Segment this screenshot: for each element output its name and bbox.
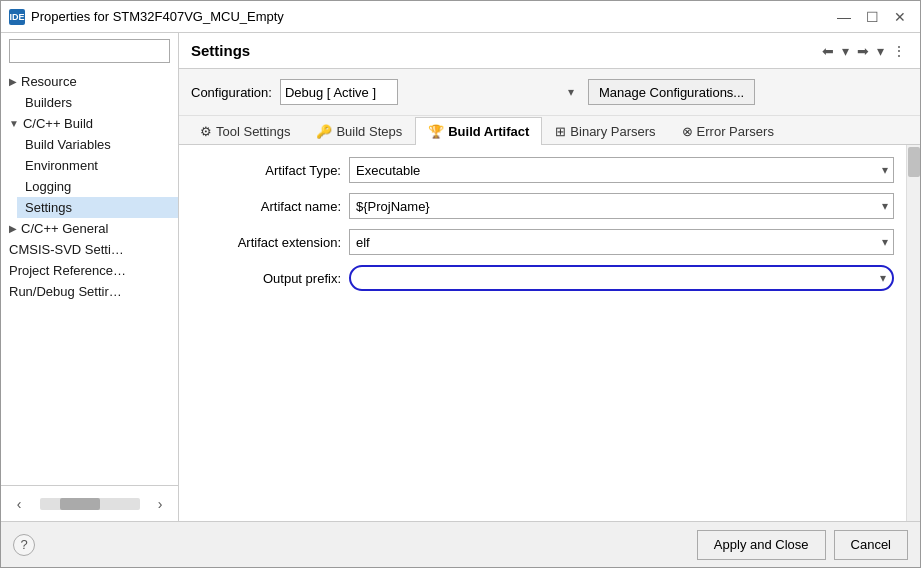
output-prefix-field-wrapper xyxy=(349,265,894,291)
tab-build-artifact[interactable]: 🏆 Build Artifact xyxy=(415,117,542,145)
sidebar-scrollbar[interactable] xyxy=(40,498,140,510)
artifact-type-select[interactable]: Executable xyxy=(349,157,894,183)
nav-forward-button[interactable]: ➡ xyxy=(855,41,871,61)
artifact-name-select[interactable]: ${ProjName} xyxy=(349,193,894,219)
arrow-icon: ▶ xyxy=(9,223,17,234)
sidebar-bottom: ‹ › xyxy=(1,485,178,521)
artifact-name-row: Artifact name: ${ProjName} xyxy=(191,193,894,219)
sidebar-tree: ▶ Resource Builders ▼ C/C++ Build Build … xyxy=(1,69,178,485)
main-window: IDE Properties for STM32F407VG_MCU_Empty… xyxy=(0,0,921,568)
form-area: Artifact Type: Executable Artifact name: xyxy=(179,145,906,521)
arrow-icon: ▼ xyxy=(9,118,19,129)
sidebar-item-settings[interactable]: Settings xyxy=(17,197,178,218)
configuration-label: Configuration: xyxy=(191,85,272,100)
sidebar-item-label: Run/Debug Settir… xyxy=(9,284,122,299)
tab-build-steps[interactable]: 🔑 Build Steps xyxy=(303,117,415,145)
build-steps-icon: 🔑 xyxy=(316,124,332,139)
scrollbar-thumb xyxy=(908,147,920,177)
build-artifact-icon: 🏆 xyxy=(428,124,444,139)
sidebar-item-rundebug[interactable]: Run/Debug Settir… xyxy=(1,281,178,302)
sidebar-item-resource[interactable]: ▶ Resource xyxy=(1,71,178,92)
window-controls: — ☐ ✕ xyxy=(832,7,912,27)
tab-tool-settings[interactable]: ⚙ Tool Settings xyxy=(187,117,303,145)
artifact-name-select-wrapper: ${ProjName} xyxy=(349,193,894,219)
sidebar-item-label: Builders xyxy=(25,95,72,110)
output-prefix-input[interactable] xyxy=(349,265,894,291)
sidebar-item-logging[interactable]: Logging xyxy=(17,176,178,197)
tab-label: Build Steps xyxy=(336,124,402,139)
tab-label: Build Artifact xyxy=(448,124,529,139)
nav-forward-dropdown[interactable]: ▾ xyxy=(875,41,886,61)
sidebar-item-cpp-general[interactable]: ▶ C/C++ General xyxy=(1,218,178,239)
artifact-type-select-wrapper: Executable xyxy=(349,157,894,183)
bottom-right: Apply and Close Cancel xyxy=(697,530,908,560)
sidebar-item-label: Logging xyxy=(25,179,71,194)
sidebar-item-label: Project Reference… xyxy=(9,263,126,278)
panel-header: Settings ⬅ ▾ ➡ ▾ ⋮ xyxy=(179,33,920,69)
bottom-bar: ? Apply and Close Cancel xyxy=(1,521,920,567)
tab-label: Error Parsers xyxy=(697,124,774,139)
more-options-button[interactable]: ⋮ xyxy=(890,41,908,61)
artifact-extension-select-wrapper: elf xyxy=(349,229,894,255)
sidebar-item-label: Environment xyxy=(25,158,98,173)
binary-parsers-icon: ⊞ xyxy=(555,124,566,139)
artifact-extension-label: Artifact extension: xyxy=(191,235,341,250)
panel-title: Settings xyxy=(191,42,250,59)
configuration-select-wrapper: Debug [ Active ] xyxy=(280,79,580,105)
apply-close-button[interactable]: Apply and Close xyxy=(697,530,826,560)
main-content: ▶ Resource Builders ▼ C/C++ Build Build … xyxy=(1,33,920,521)
sidebar-item-label: C/C++ General xyxy=(21,221,108,236)
app-icon: IDE xyxy=(9,9,25,25)
sidebar-forward-button[interactable]: › xyxy=(150,494,170,514)
panel-scrollbar[interactable] xyxy=(906,145,920,521)
sidebar-item-label: Build Variables xyxy=(25,137,111,152)
sidebar-item-cpp-build[interactable]: ▼ C/C++ Build xyxy=(1,113,178,134)
tab-label: Binary Parsers xyxy=(570,124,655,139)
configuration-row: Configuration: Debug [ Active ] Manage C… xyxy=(179,69,920,116)
artifact-extension-select[interactable]: elf xyxy=(349,229,894,255)
sidebar-item-environment[interactable]: Environment xyxy=(17,155,178,176)
tabs-bar: ⚙ Tool Settings 🔑 Build Steps 🏆 Build Ar… xyxy=(179,116,920,145)
minimize-button[interactable]: — xyxy=(832,7,856,27)
sidebar-item-label: Settings xyxy=(25,200,72,215)
tab-label: Tool Settings xyxy=(216,124,290,139)
sidebar: ▶ Resource Builders ▼ C/C++ Build Build … xyxy=(1,33,179,521)
sidebar-item-label: CMSIS-SVD Setti… xyxy=(9,242,124,257)
arrow-icon: ▶ xyxy=(9,76,17,87)
bottom-left: ? xyxy=(13,534,35,556)
sidebar-search-input[interactable] xyxy=(9,39,170,63)
help-button[interactable]: ? xyxy=(13,534,35,556)
configuration-select[interactable]: Debug [ Active ] xyxy=(280,79,398,105)
title-bar: IDE Properties for STM32F407VG_MCU_Empty… xyxy=(1,1,920,33)
artifact-type-row: Artifact Type: Executable xyxy=(191,157,894,183)
output-prefix-row: Output prefix: xyxy=(191,265,894,291)
artifact-name-label: Artifact name: xyxy=(191,199,341,214)
right-panel: Settings ⬅ ▾ ➡ ▾ ⋮ Configuration: Debug … xyxy=(179,33,920,521)
help-icon: ? xyxy=(20,537,27,552)
form-scroll-container: Artifact Type: Executable Artifact name: xyxy=(179,145,920,521)
panel-header-icons: ⬅ ▾ ➡ ▾ ⋮ xyxy=(820,41,908,61)
tool-settings-icon: ⚙ xyxy=(200,124,212,139)
maximize-button[interactable]: ☐ xyxy=(860,7,884,27)
sidebar-item-label: Resource xyxy=(21,74,77,89)
artifact-type-label: Artifact Type: xyxy=(191,163,341,178)
error-parsers-icon: ⊗ xyxy=(682,124,693,139)
nav-back-button[interactable]: ⬅ xyxy=(820,41,836,61)
close-button[interactable]: ✕ xyxy=(888,7,912,27)
sidebar-back-button[interactable]: ‹ xyxy=(9,494,29,514)
sidebar-item-build-variables[interactable]: Build Variables xyxy=(17,134,178,155)
artifact-extension-row: Artifact extension: elf xyxy=(191,229,894,255)
tab-error-parsers[interactable]: ⊗ Error Parsers xyxy=(669,117,787,145)
panel-body: Configuration: Debug [ Active ] Manage C… xyxy=(179,69,920,521)
sidebar-item-cmsis-svd[interactable]: CMSIS-SVD Setti… xyxy=(1,239,178,260)
tab-binary-parsers[interactable]: ⊞ Binary Parsers xyxy=(542,117,668,145)
sidebar-item-label: C/C++ Build xyxy=(23,116,93,131)
manage-configurations-button[interactable]: Manage Configurations... xyxy=(588,79,755,105)
sidebar-item-project-refs[interactable]: Project Reference… xyxy=(1,260,178,281)
cancel-button[interactable]: Cancel xyxy=(834,530,908,560)
sidebar-item-builders[interactable]: Builders xyxy=(17,92,178,113)
output-prefix-label: Output prefix: xyxy=(191,271,341,286)
window-title: Properties for STM32F407VG_MCU_Empty xyxy=(31,9,832,24)
nav-back-dropdown[interactable]: ▾ xyxy=(840,41,851,61)
